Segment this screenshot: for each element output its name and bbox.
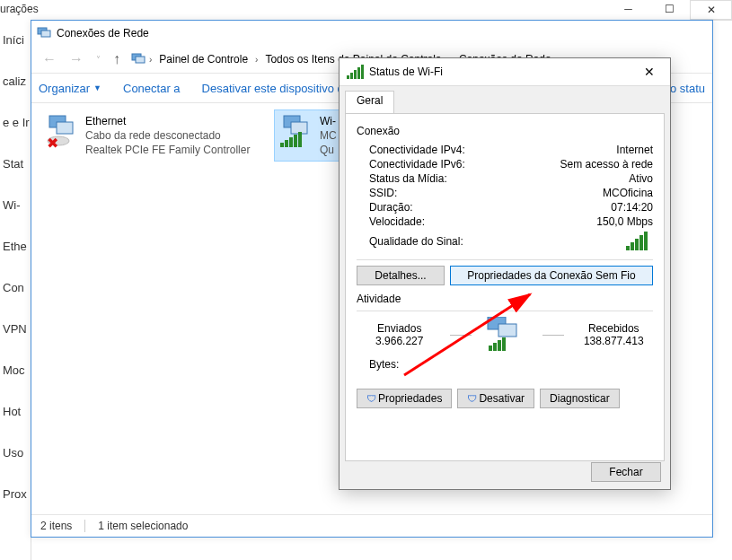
sidebar-item[interactable]: Iníci <box>0 20 31 61</box>
label-ssid: SSID: <box>369 187 603 199</box>
sidebar-item[interactable]: Uso <box>0 433 31 474</box>
label-media-state: Status da Mídia: <box>369 172 629 185</box>
sidebar-item[interactable]: Hot <box>0 391 31 433</box>
svg-rect-16 <box>498 324 516 337</box>
nav-recent-dropdown-icon[interactable]: ˅ <box>93 55 104 65</box>
breadcrumb-root-icon[interactable] <box>131 51 146 68</box>
wireless-properties-button[interactable]: Propriedades da Conexão Sem Fio <box>450 266 653 285</box>
bg-minimize-button[interactable]: ─ <box>607 0 648 18</box>
dialog-close-button[interactable]: ✕ <box>636 65 663 79</box>
svg-rect-5 <box>57 122 73 134</box>
svg-rect-19 <box>498 340 501 351</box>
status-selected-count: 1 item selecionado <box>98 520 188 532</box>
background-window-title: urações <box>0 3 39 15</box>
wifi-status-dialog: Status de Wi-Fi ✕ Geral Conexão Conectiv… <box>339 57 671 490</box>
chevron-right-icon[interactable]: › <box>149 55 152 65</box>
breadcrumb-item[interactable]: Painel de Controle <box>155 51 251 67</box>
label-ipv6: Conectividade IPv6: <box>369 158 560 171</box>
svg-rect-17 <box>489 346 492 351</box>
value-duration: 07:14:20 <box>611 201 653 214</box>
organize-menu[interactable]: Organizar▼ <box>39 82 101 95</box>
nav-forward-icon[interactable]: → <box>66 51 87 67</box>
signal-strength-icon <box>626 232 648 250</box>
adapter-tile-ethernet[interactable]: ✖ Ethernet Cabo da rede desconectado Rea… <box>40 110 268 161</box>
connection-group-label: Conexão <box>357 125 653 137</box>
value-ssid: MCOficina <box>603 187 653 199</box>
svg-rect-18 <box>493 343 497 351</box>
value-media-state: Ativo <box>629 172 653 185</box>
sidebar-item[interactable]: caliz <box>0 61 31 102</box>
sidebar-item[interactable]: Wi- <box>0 185 31 226</box>
connect-to-button[interactable]: Conectar a <box>123 82 181 95</box>
svg-rect-11 <box>285 140 288 147</box>
svg-rect-3 <box>136 57 145 63</box>
label-duration: Duração: <box>369 201 611 214</box>
label-ipv4: Conectividade IPv4: <box>369 144 616 156</box>
wifi-signal-icon <box>347 65 364 79</box>
sidebar-item[interactable]: Moc <box>0 350 31 391</box>
details-button[interactable]: Detalhes... <box>357 266 445 285</box>
chevron-down-icon: ▼ <box>93 83 101 92</box>
label-speed: Velocidade: <box>369 215 596 228</box>
bg-close-button[interactable]: ✕ <box>690 0 732 20</box>
bg-maximize-button[interactable]: ☐ <box>648 0 690 18</box>
sent-value: 3.966.227 <box>360 335 439 347</box>
tab-general[interactable]: Geral <box>345 91 394 114</box>
nav-up-icon[interactable]: ↑ <box>110 51 124 67</box>
sent-label: Enviados <box>360 322 439 335</box>
received-value: 138.877.413 <box>575 335 654 347</box>
dialog-title: Status de Wi-Fi <box>369 66 443 78</box>
settings-sidebar: Iníci caliz e e Ir Stat Wi- Ethe Con VPN… <box>0 20 31 560</box>
disable-button[interactable]: 🛡Desativar <box>457 389 534 408</box>
bytes-label: Bytes: <box>369 358 414 371</box>
svg-text:✖: ✖ <box>47 136 58 150</box>
label-signal-quality: Qualidade do Sinal: <box>369 235 626 248</box>
activity-icon <box>482 317 532 353</box>
adapter-name: Wi- <box>320 114 337 128</box>
activity-group-label: Atividade <box>357 293 653 305</box>
svg-rect-1 <box>41 31 50 37</box>
adapter-device: Realtek PCIe FE Family Controller <box>85 143 250 157</box>
status-item-count: 2 itens <box>40 520 72 532</box>
svg-rect-10 <box>280 143 284 147</box>
properties-button[interactable]: 🛡Propriedades <box>357 389 452 408</box>
svg-rect-12 <box>289 137 293 147</box>
chevron-right-icon[interactable]: › <box>255 55 258 65</box>
svg-rect-14 <box>298 132 302 147</box>
adapter-status: MC <box>320 128 337 143</box>
ethernet-adapter-icon: ✖ <box>44 114 80 150</box>
value-ipv6: Sem acesso à rede <box>560 158 653 171</box>
sidebar-item[interactable]: VPN <box>0 309 31 350</box>
received-label: Recebidos <box>575 322 654 335</box>
sidebar-item[interactable]: Stat <box>0 144 31 185</box>
value-ipv4: Internet <box>616 144 653 156</box>
sidebar-item[interactable]: Prox <box>0 474 31 515</box>
svg-rect-20 <box>502 337 506 351</box>
sidebar-item[interactable]: e e Ir <box>0 102 31 144</box>
value-speed: 150,0 Mbps <box>596 215 653 228</box>
shield-icon: 🛡 <box>366 393 376 404</box>
nav-back-icon[interactable]: ← <box>39 51 60 67</box>
adapter-name: Ethernet <box>85 114 250 128</box>
disable-device-button[interactable]: Desativar este dispositivo d <box>202 82 344 95</box>
wifi-adapter-icon <box>278 114 314 150</box>
sidebar-item[interactable]: Con <box>0 267 31 309</box>
sidebar-item[interactable]: Ethe <box>0 226 31 267</box>
shield-icon: 🛡 <box>467 393 477 404</box>
window-title: Conexões de Rede <box>57 27 149 39</box>
adapter-device: Qu <box>320 143 337 157</box>
adapter-status: Cabo da rede desconectado <box>85 128 250 143</box>
svg-rect-13 <box>294 135 297 147</box>
network-connections-icon <box>37 25 51 42</box>
diagnose-button[interactable]: Diagnosticar <box>540 389 620 408</box>
close-button[interactable]: Fechar <box>591 462 661 482</box>
